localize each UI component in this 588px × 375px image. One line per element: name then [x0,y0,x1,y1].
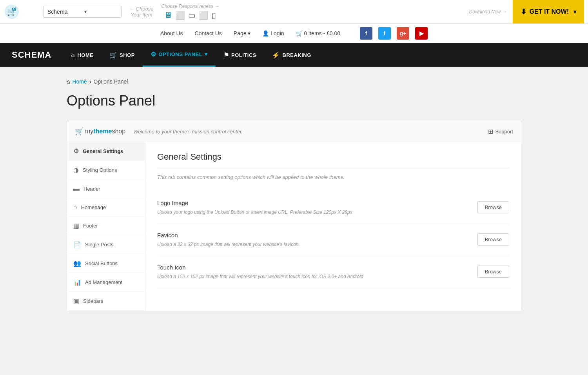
choose-responsiveness-area: Choose Responsiveness → 🖥 ⬜ ▭ ⬜ ▯ [161,4,219,20]
about-us-link[interactable]: About Us [160,30,183,36]
sidebar-item-header[interactable]: ▬ Header [67,180,145,198]
site-title: SCHEMA [0,50,63,60]
settings-title: General Settings [157,152,509,168]
options-panel-dropdown-arrow: ▾ [205,51,208,57]
get-it-now-label: GET IT NOW! [530,8,569,15]
nav-item-politics-label: POLITICS [231,52,256,58]
sidebar-item-footer[interactable]: ▦ Footer [67,217,145,235]
setting-info-favicon: Favicon Upload a 32 x 32 px image that w… [157,232,470,248]
single-posts-icon: 📄 [73,241,81,248]
options-panel-header: 🛒 mythemeshop Welcome to your theme's mi… [67,121,521,142]
desktop-icon[interactable]: 🖥 [164,11,172,20]
header-icon: ▬ [73,185,80,192]
home-breadcrumb-link[interactable]: Home [72,78,87,85]
nav-item-home[interactable]: ⌂ HOME [63,43,101,67]
choose-item-label: ← Choose Your Item [129,6,153,18]
google-plus-button[interactable]: g+ [397,27,409,40]
setting-row-touch-icon: Touch Icon Upload a 152 x 152 px image t… [157,256,509,288]
facebook-button[interactable]: f [360,27,372,40]
sidebar-item-styling-options[interactable]: ◑ Styling Options [67,161,145,180]
login-link[interactable]: 👤 Login [262,30,284,36]
nav-bar: About Us Contact Us Page ▾ 👤 Login 🛒 0 i… [0,24,588,43]
favicon-browse-button[interactable]: Browse [477,233,509,246]
youtube-button[interactable]: ▶ [415,27,428,40]
download-icon: ⬇ [521,7,526,16]
breadcrumb-separator: › [89,78,91,85]
sidebar-item-single-posts[interactable]: 📄 Single Posts [67,235,145,254]
home-breadcrumb-icon: ⌂ [67,78,70,85]
touch-icon-name: Touch Icon [157,264,470,271]
cart-link[interactable]: 🛒 0 items - £0.00 [296,30,341,36]
setting-info-touch-icon: Touch Icon Upload a 152 x 152 px image t… [157,264,470,280]
social-buttons-icon: 👥 [73,260,81,267]
contact-us-link[interactable]: Contact Us [195,30,222,36]
download-now-label: Download Now → [469,9,507,15]
nav-social: f t g+ ▶ [360,27,428,40]
tablet-landscape-icon[interactable]: ⬜ [175,11,185,20]
mobile-landscape-icon[interactable]: ⬜ [199,11,209,20]
favicon-desc: Upload a 32 x 32 px image that will repr… [157,241,470,248]
nav-item-shop[interactable]: 🛒 SHOP [102,43,143,67]
breadcrumb: ⌂ Home › Options Panel [67,78,521,85]
options-panel-body: ⚙ General Settings ◑ Styling Options ▬ H… [67,142,521,311]
touch-icon-browse-button[interactable]: Browse [477,266,509,278]
nav-item-options-panel-label: OPTIONS PANEL [158,51,202,57]
sidebar-item-sidebars-label: Sidebars [83,298,103,304]
mts-brand-text: mythemeshop [85,128,125,135]
nav-item-breaking[interactable]: ⚡ BREAKING [264,43,319,67]
nav-item-politics[interactable]: ⚑ POLITICS [216,43,264,67]
page-title: Options Panel [67,93,521,109]
sidebar-item-header-label: Header [83,186,100,192]
logo-image-name: Logo Image [157,200,470,206]
schema-selector[interactable]: Schema ▾ [43,6,122,18]
sidebar-item-social-buttons[interactable]: 👥 Social Buttons [67,254,145,273]
get-it-now-button[interactable]: ⬇ GET IT NOW! ▾ [513,0,584,24]
sidebar-item-footer-label: Footer [83,223,98,229]
setting-row-logo-image: Logo Image Upload your logo using the Up… [157,192,509,224]
twitter-button[interactable]: t [378,27,391,40]
nav-item-home-label: HOME [78,52,94,58]
download-area: Download Now → [469,9,507,15]
choose-responsiveness-label: Choose Responsiveness → [161,4,219,9]
support-label: Support [495,129,513,135]
cart-logo-icon: 🛒 M/ [4,4,20,20]
tablet-portrait-icon[interactable]: ▭ [188,11,196,20]
favicon-name: Favicon [157,232,470,238]
nav-item-shop-label: SHOP [120,52,135,58]
get-it-now-chevron: ▾ [573,9,576,15]
sidebar-item-sidebars[interactable]: ▣ Sidebars [67,292,145,311]
sidebar-item-ad-management[interactable]: 📊 Ad Management [67,273,145,292]
main-nav: SCHEMA ⌂ HOME 🛒 SHOP ⚙ OPTIONS PANEL ▾ ⚑… [0,43,588,67]
styling-options-icon: ◑ [73,166,79,174]
settings-description: This tab contains common setting options… [157,174,509,180]
setting-row-favicon: Favicon Upload a 32 x 32 px image that w… [157,224,509,256]
sidebar-item-general-settings[interactable]: ⚙ General Settings [67,142,145,161]
breadcrumb-current: Options Panel [94,78,128,85]
sidebar-item-homepage-label: Homepage [81,204,106,210]
general-settings-icon: ⚙ [73,147,79,155]
support-icon: ⊞ [488,128,493,135]
nav-item-options-panel[interactable]: ⚙ OPTIONS PANEL ▾ [143,43,216,67]
sidebar-item-styling-options-label: Styling Options [83,167,117,173]
support-button[interactable]: ⊞ Support [488,128,513,135]
svg-text:M/: M/ [12,7,16,12]
mts-cart-icon: 🛒 [75,127,83,136]
top-bar: 🛒 M/ Schema ▾ ← Choose Your Item Choose … [0,0,588,24]
sidebar-item-homepage[interactable]: ⌂ Homepage [67,198,145,217]
sidebars-icon: ▣ [73,297,79,305]
sidebar-item-single-posts-label: Single Posts [85,242,113,248]
setting-info-logo-image: Logo Image Upload your logo using the Up… [157,200,470,216]
logo-image-browse-button[interactable]: Browse [477,201,509,213]
breaking-icon: ⚡ [272,51,280,59]
sidebar-item-general-settings-label: General Settings [83,148,123,154]
mts-logo: 🛒 mythemeshop [75,127,125,136]
shop-icon: 🛒 [109,51,118,59]
logo-image-desc: Upload your logo using the Upload Button… [157,209,470,216]
page-link[interactable]: Page ▾ [234,30,251,36]
touch-icon-desc: Upload a 152 x 152 px image that will re… [157,273,470,280]
mobile-portrait-icon[interactable]: ▯ [212,11,216,20]
schema-value: Schema [47,9,80,15]
homepage-icon: ⌂ [73,204,77,211]
options-panel-icon: ⚙ [151,51,156,58]
main-nav-links: ⌂ HOME 🛒 SHOP ⚙ OPTIONS PANEL ▾ ⚑ POLITI… [63,43,319,67]
